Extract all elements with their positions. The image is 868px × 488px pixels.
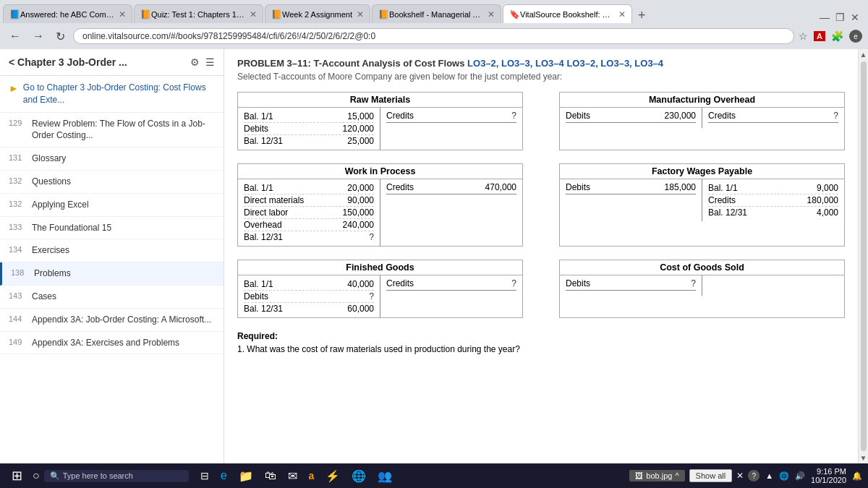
scroll-thumb[interactable] (861, 61, 867, 451)
sidebar-item-132e-number: 132 (9, 200, 29, 208)
tab-2-icon: 📙 (140, 9, 151, 20)
tab-2[interactable]: 📙 Quiz: Test 1: Chapters 1 & 2 ✕ (134, 4, 263, 23)
tab-1-close[interactable]: ✕ (119, 9, 126, 20)
sidebar-top-link[interactable]: ► Go to Chapter 3 Job-Order Costing: Cos… (0, 76, 224, 113)
sidebar-list-button[interactable]: ☰ (205, 56, 215, 68)
sidebar: < Chapter 3 Job-Order ... ⚙ ☰ ► Go to Ch… (0, 49, 224, 463)
notification-icon[interactable]: 🔔 (852, 471, 862, 481)
start-button[interactable]: ⊞ (6, 466, 28, 485)
taskbar-search-box[interactable]: 🔍 Type here to search (44, 470, 189, 482)
profile-icon[interactable]: e (849, 30, 862, 43)
mail-button[interactable]: ✉ (284, 468, 302, 484)
lightning-button[interactable]: ⚡ (321, 468, 344, 484)
wip-direct-materials-entry: Direct materials 90,000 (244, 194, 374, 207)
tab-5[interactable]: 🔖 VitalSource Bookshelf: Manag ✕ (503, 4, 632, 23)
taskbar-arrow-icon[interactable]: ▲ (765, 471, 773, 480)
mfg-overhead-credit-side: Credits ? (702, 108, 844, 128)
taskbar-file-item[interactable]: 🖼 bob.jpg ^ (629, 470, 684, 481)
fg-credits-value: ? (511, 278, 516, 288)
required-question-1: 1. What was the cost of raw materials us… (237, 344, 845, 354)
taskbar-apps: ⊟ e 📁 🛍 ✉ a ⚡ 🌐 👥 (196, 468, 397, 484)
notification-close-button[interactable]: ✕ (736, 471, 744, 481)
amazon-button[interactable]: a (305, 468, 319, 484)
sidebar-item-132-excel[interactable]: 132 Applying Excel (0, 194, 224, 217)
sidebar-item-131[interactable]: 131 Glossary (0, 147, 224, 171)
sidebar-item-132-questions[interactable]: 132 Questions (0, 171, 224, 194)
cortana-button[interactable]: ○ (33, 469, 40, 482)
fwp-bal11-entry: Bal. 1/1 9,000 (708, 182, 838, 194)
tab-1[interactable]: 📘 Answered: he ABC Company is ✕ (3, 4, 132, 23)
t-accounts-row-3: Finished Goods Bal. 1/1 40,000 Debits ? … (237, 260, 845, 318)
pdf-icon[interactable]: A (814, 31, 825, 41)
scroll-up-button[interactable]: ▲ (860, 51, 867, 59)
scroll-down-button[interactable]: ▼ (860, 454, 867, 462)
required-title: Required: (237, 331, 845, 341)
show-all-button[interactable]: Show all (689, 469, 733, 482)
raw-materials-credit-side: Credits ? (380, 108, 522, 150)
raw-materials-bal1231-entry: Bal. 12/31 25,000 (244, 135, 374, 147)
tab-4[interactable]: 📙 Bookshelf - Managerial Accou ✕ (372, 4, 501, 23)
network-icon[interactable]: 🌐 (779, 471, 789, 481)
sidebar-item-143[interactable]: 143 Cases (0, 286, 224, 309)
extensions-icon[interactable]: 🧩 (831, 30, 843, 42)
address-input[interactable] (73, 28, 794, 44)
taskbar-clock[interactable]: 9:16 PM 10/1/2020 (811, 467, 846, 484)
cost-of-goods-sold-account: Cost of Goods Sold Debits ? (559, 260, 845, 318)
taskbar-help-icon[interactable]: ? (748, 470, 760, 481)
raw-materials-credit-header: Credits ? (386, 111, 516, 123)
sidebar-item-138[interactable]: 138 Problems (0, 262, 224, 286)
task-view-button[interactable]: ⊟ (196, 468, 213, 484)
problem-subtitle: Selected T-accounts of Moore Company are… (237, 72, 845, 82)
sidebar-item-144[interactable]: 144 Appendix 3A: Job-Order Costing: A Mi… (0, 309, 224, 332)
sidebar-item-149[interactable]: 149 Appendix 3A: Exercises and Problems (0, 332, 224, 355)
mfg-overhead-debits-label: Debits (566, 111, 590, 121)
tab-4-icon: 📙 (378, 9, 389, 20)
tab-5-close[interactable]: ✕ (618, 9, 626, 20)
speaker-icon[interactable]: 🔊 (795, 471, 805, 481)
wip-body: Bal. 1/1 20,000 Direct materials 90,000 … (238, 179, 522, 246)
window-close-button[interactable]: ✕ (851, 12, 859, 23)
wip-bal11-value: 20,000 (347, 183, 374, 193)
app-container: < Chapter 3 Job-Order ... ⚙ ☰ ► Go to Ch… (0, 49, 868, 463)
sidebar-item-133[interactable]: 133 The Foundational 15 (0, 217, 224, 240)
minimize-button[interactable]: — (820, 12, 830, 23)
raw-materials-bal11-value: 15,000 (347, 111, 374, 121)
fwp-body: Debits 185,000 Bal. 1/1 9,000 Credits 18… (560, 179, 844, 221)
raw-materials-bal11-entry: Bal. 1/1 15,000 (244, 111, 374, 123)
arrow-icon: ► (9, 82, 19, 94)
cogs-debits-value: ? (691, 278, 696, 288)
raw-materials-bal11-label: Bal. 1/1 (244, 111, 273, 121)
fg-title: Finished Goods (238, 260, 522, 275)
file-explorer-button[interactable]: 📁 (234, 468, 258, 484)
sidebar-item-144-number: 144 (9, 314, 29, 323)
reload-button[interactable]: ↻ (52, 28, 69, 45)
back-button[interactable]: ← (6, 28, 25, 44)
fwp-credits-entry: Credits 180,000 (708, 194, 838, 207)
edge-browser-button[interactable]: e (216, 468, 231, 484)
scrollbar[interactable]: ▲ ▼ (858, 49, 868, 463)
tab-4-close[interactable]: ✕ (488, 9, 495, 20)
wip-bal1231-entry: Bal. 12/31 ? (244, 231, 374, 243)
store-button[interactable]: 🛍 (260, 468, 281, 484)
tab-3[interactable]: 📙 Week 2 Assignment ✕ (265, 4, 370, 23)
forward-button[interactable]: → (29, 28, 48, 44)
restore-button[interactable]: ❐ (835, 12, 845, 23)
tab-3-close[interactable]: ✕ (357, 9, 364, 20)
sidebar-settings-button[interactable]: ⚙ (190, 56, 200, 68)
tab-2-label: Quiz: Test 1: Chapters 1 & 2 (151, 10, 245, 19)
new-tab-button[interactable]: + (634, 8, 650, 23)
sidebar-item-133-number: 133 (9, 223, 29, 231)
raw-materials-body: Bal. 1/1 15,000 Debits 120,000 Bal. 12/3… (238, 107, 522, 150)
wip-debit-side: Bal. 1/1 20,000 Direct materials 90,000 … (238, 179, 380, 246)
tab-4-label: Bookshelf - Managerial Accou (389, 10, 483, 19)
bookmark-icon[interactable]: ☆ (799, 30, 808, 42)
wip-direct-labor-value: 150,000 (343, 207, 374, 218)
chrome-button[interactable]: 🌐 (347, 468, 370, 484)
sidebar-item-134[interactable]: 134 Exercises (0, 239, 224, 262)
tab-2-close[interactable]: ✕ (250, 9, 257, 20)
tab-1-label: Answered: he ABC Company is (20, 10, 114, 19)
sidebar-scroll-area: 129 Review Problem: The Flow of Costs in… (0, 113, 224, 463)
main-content: PROBLEM 3–11: T-Account Analysis of Cost… (224, 49, 858, 463)
sidebar-item-129[interactable]: 129 Review Problem: The Flow of Costs in… (0, 113, 224, 148)
teams-button[interactable]: 👥 (373, 468, 396, 484)
